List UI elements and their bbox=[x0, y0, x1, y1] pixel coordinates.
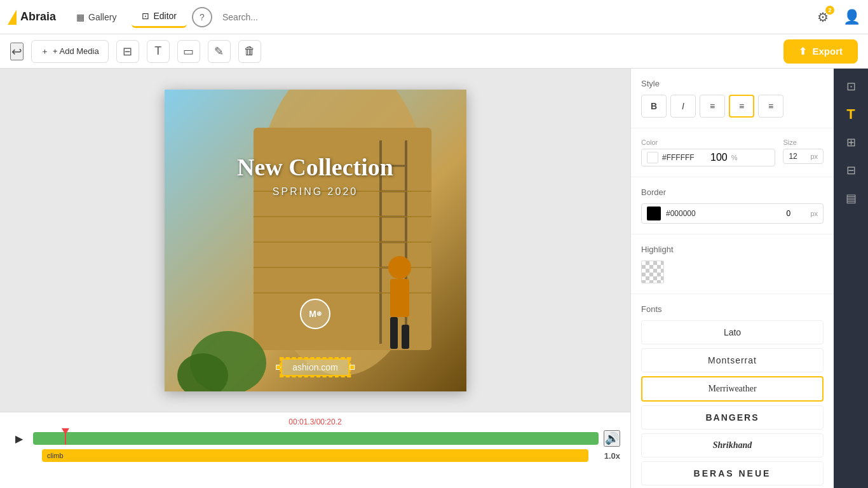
align-left-button[interactable]: ≡ bbox=[700, 95, 725, 118]
color-section: Color 100 % bbox=[641, 139, 775, 166]
size-label: Size bbox=[783, 139, 824, 146]
save-button[interactable]: ⊟ bbox=[116, 40, 139, 63]
style-section: Style B I ≡ ≡ ≡ bbox=[631, 69, 834, 128]
border-color-input[interactable] bbox=[666, 209, 781, 218]
rail-text-button[interactable]: T bbox=[838, 102, 864, 127]
editor-icon: ⊡ bbox=[142, 11, 149, 21]
speed-indicator: 1.0x bbox=[593, 451, 620, 461]
export-icon: ⬆ bbox=[799, 46, 807, 57]
track-container-clip[interactable]: climb bbox=[42, 449, 588, 462]
play-button[interactable]: ▶ bbox=[10, 433, 28, 445]
color-row[interactable]: 100 % bbox=[641, 149, 775, 166]
italic-button[interactable]: I bbox=[670, 95, 696, 118]
text-icon: T bbox=[154, 44, 161, 58]
save-icon: ⊟ bbox=[123, 44, 132, 58]
volume-button[interactable]: 🔊 bbox=[604, 430, 620, 447]
timeline-time: 00:01.3 / 00:20.2 bbox=[10, 417, 620, 426]
help-button[interactable]: ? bbox=[192, 7, 212, 27]
align-center-icon: ≡ bbox=[739, 101, 744, 111]
size-row[interactable]: px bbox=[783, 149, 824, 164]
text-button[interactable]: T bbox=[147, 40, 170, 63]
elements-icon: ⊞ bbox=[846, 135, 856, 149]
border-color-swatch[interactable] bbox=[647, 207, 661, 220]
text-rail-icon: T bbox=[846, 106, 855, 123]
highlight-section: Highlight bbox=[631, 234, 834, 294]
border-row[interactable]: px bbox=[641, 203, 824, 224]
svg-rect-18 bbox=[402, 325, 409, 349]
rail-crop-button[interactable]: ⊡ bbox=[838, 74, 864, 99]
align-left-icon: ≡ bbox=[710, 101, 715, 111]
border-size-input[interactable] bbox=[786, 209, 805, 218]
draw-button[interactable]: ✎ bbox=[208, 40, 231, 63]
logo: Abraia bbox=[8, 10, 56, 25]
back-button[interactable]: ↩ bbox=[10, 43, 24, 60]
timeline-tracks: ▶ 🔊 bbox=[10, 430, 620, 483]
rail-filters-button[interactable]: ⊟ bbox=[838, 158, 864, 183]
svg-rect-17 bbox=[390, 317, 398, 349]
app-name: Abraia bbox=[20, 10, 56, 24]
border-unit: px bbox=[810, 210, 818, 217]
editor-tab[interactable]: ⊡ Editor bbox=[132, 6, 187, 28]
draw-icon: ✎ bbox=[214, 44, 224, 58]
svg-point-15 bbox=[388, 256, 411, 279]
current-time: 00:01.3 bbox=[288, 417, 314, 426]
bold-button[interactable]: B bbox=[641, 95, 667, 118]
canvas-logo[interactable]: M ⊛ bbox=[300, 299, 330, 334]
color-input[interactable] bbox=[662, 153, 707, 162]
layers-icon: ▤ bbox=[846, 191, 857, 205]
fonts-label: Fonts bbox=[641, 304, 824, 314]
font-item-montserrat[interactable]: Montserrat bbox=[641, 348, 824, 372]
font-item-beras-neue[interactable]: BERAS NEUE bbox=[641, 461, 824, 485]
track-container-main[interactable] bbox=[33, 432, 599, 445]
selection-handle-right[interactable] bbox=[349, 365, 355, 370]
font-item-shrikhand[interactable]: Shrikhand bbox=[641, 433, 824, 458]
logo-circle: M ⊛ bbox=[300, 299, 330, 329]
font-item-bangers[interactable]: BANGERS bbox=[641, 405, 824, 430]
rail-elements-button[interactable]: ⊞ bbox=[838, 130, 864, 155]
user-button[interactable]: 👤 bbox=[843, 9, 860, 25]
logo-symbol: ⊛ bbox=[316, 310, 322, 317]
delete-button[interactable]: 🗑 bbox=[238, 40, 261, 63]
filters-icon: ⊟ bbox=[846, 163, 856, 177]
style-buttons: B I ≡ ≡ ≡ bbox=[641, 95, 824, 118]
add-media-button[interactable]: ＋ + Add Media bbox=[31, 40, 109, 63]
main-track[interactable] bbox=[33, 432, 599, 445]
canvas-title[interactable]: New Collection bbox=[179, 153, 451, 181]
canvas-preview[interactable]: New Collection SPRING 2020 M ⊛ ashion.co… bbox=[165, 90, 466, 391]
timeline-needle[interactable] bbox=[65, 432, 66, 445]
fonts-section: Fonts Lato Montserrat Merriweather BANGE… bbox=[631, 294, 834, 488]
align-right-button[interactable]: ≡ bbox=[758, 95, 783, 118]
user-icon: 👤 bbox=[843, 9, 860, 25]
font-item-lato[interactable]: Lato bbox=[641, 320, 824, 344]
clip-track[interactable]: climb bbox=[42, 449, 588, 462]
color-size-section: Color 100 % Size px bbox=[631, 128, 834, 177]
logo-triangle-icon bbox=[8, 10, 17, 25]
canvas-url-bar[interactable]: ashion.com bbox=[276, 358, 355, 376]
canvas-subtitle[interactable]: SPRING 2020 bbox=[179, 186, 451, 198]
style-label: Style bbox=[641, 79, 824, 88]
search-input[interactable] bbox=[217, 8, 408, 26]
color-swatch[interactable] bbox=[647, 152, 658, 163]
shape-button[interactable]: ▭ bbox=[177, 40, 200, 63]
export-button[interactable]: ⬆ Export bbox=[783, 39, 858, 64]
clip-label: climb bbox=[47, 452, 64, 459]
selection-handle-left[interactable] bbox=[276, 365, 281, 370]
highlight-swatch[interactable] bbox=[641, 261, 664, 283]
canvas-url-text[interactable]: ashion.com bbox=[281, 358, 349, 376]
gallery-tab[interactable]: ▦ Gallery bbox=[66, 7, 126, 27]
opacity-value: 100 bbox=[710, 152, 728, 163]
font-item-merriweather[interactable]: Merriweather bbox=[641, 376, 824, 402]
rail-layers-button[interactable]: ▤ bbox=[838, 186, 864, 211]
align-right-icon: ≡ bbox=[768, 101, 773, 111]
settings-button[interactable]: ⚙ 2 bbox=[813, 7, 833, 27]
canvas-background bbox=[165, 90, 466, 391]
color-label: Color bbox=[641, 139, 775, 146]
top-nav: Abraia ▦ Gallery ⊡ Editor ? ⚙ 2 👤 bbox=[0, 0, 868, 34]
align-center-button[interactable]: ≡ bbox=[729, 95, 754, 118]
font-size-input[interactable] bbox=[789, 152, 808, 161]
canvas-area: New Collection SPRING 2020 M ⊛ ashion.co… bbox=[0, 69, 630, 488]
toolbar: ↩ ＋ + Add Media ⊟ T ▭ ✎ 🗑 ⬆ Export bbox=[0, 34, 868, 69]
border-section: Border px bbox=[631, 177, 834, 234]
timeline-row-main: ▶ 🔊 bbox=[10, 430, 620, 447]
add-icon: ＋ bbox=[41, 46, 49, 57]
